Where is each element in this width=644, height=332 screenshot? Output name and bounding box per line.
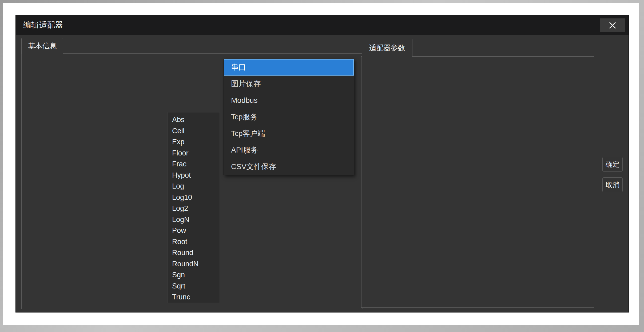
function-item[interactable]: Log2 xyxy=(168,203,220,214)
type-dropdown-list: 串口图片保存ModbusTcp服务Tcp客户端API服务CSV文件保存 xyxy=(224,59,354,175)
function-item[interactable]: Sqrt xyxy=(168,281,220,292)
type-option[interactable]: 图片保存 xyxy=(224,76,354,92)
dialog-title: 编辑适配器 xyxy=(23,15,63,35)
close-button[interactable] xyxy=(600,18,625,32)
function-list: AbsCeilExpFloorFracHypotLogLog10Log2LogN… xyxy=(168,112,220,303)
function-item[interactable]: Root xyxy=(168,236,220,248)
type-option[interactable]: CSV文件保存 xyxy=(224,158,354,175)
function-item[interactable]: Trunc xyxy=(168,292,220,303)
function-item[interactable]: Log xyxy=(168,181,220,192)
ok-button[interactable]: 确定 xyxy=(602,157,623,172)
dialog-titlebar: 编辑适配器 xyxy=(16,15,629,35)
tab-adapter-params[interactable]: 适配器参数 xyxy=(362,39,412,57)
function-item[interactable]: RoundN xyxy=(168,259,220,270)
function-item[interactable]: Frac xyxy=(168,159,220,170)
type-option[interactable]: Modbus xyxy=(224,92,354,109)
function-item[interactable]: Log10 xyxy=(168,192,220,203)
function-item[interactable]: Pow xyxy=(168,225,220,236)
function-item[interactable]: Round xyxy=(168,247,220,259)
function-item[interactable]: LogN xyxy=(168,214,220,225)
tab-basic-info[interactable]: 基本信息 xyxy=(21,38,63,54)
adapter-params-group xyxy=(361,56,594,308)
function-item[interactable]: Hypot xyxy=(168,170,220,181)
type-option[interactable]: Tcp客户端 xyxy=(224,125,354,142)
edit-adapter-dialog: 编辑适配器 基本信息 名称 类型 串口图片保存ModbusTcp服务Tcp客户端… xyxy=(15,15,629,313)
close-icon xyxy=(609,21,617,29)
function-item[interactable]: Sgn xyxy=(168,269,220,281)
function-item[interactable]: Exp xyxy=(168,136,220,148)
type-option[interactable]: Tcp服务 xyxy=(224,109,354,125)
cancel-button[interactable]: 取消 xyxy=(602,177,623,192)
function-item[interactable]: Abs xyxy=(168,114,220,126)
type-option[interactable]: API服务 xyxy=(224,142,354,158)
function-item[interactable]: Floor xyxy=(168,148,220,159)
type-option[interactable]: 串口 xyxy=(224,59,354,76)
function-item[interactable]: Ceil xyxy=(168,126,220,137)
